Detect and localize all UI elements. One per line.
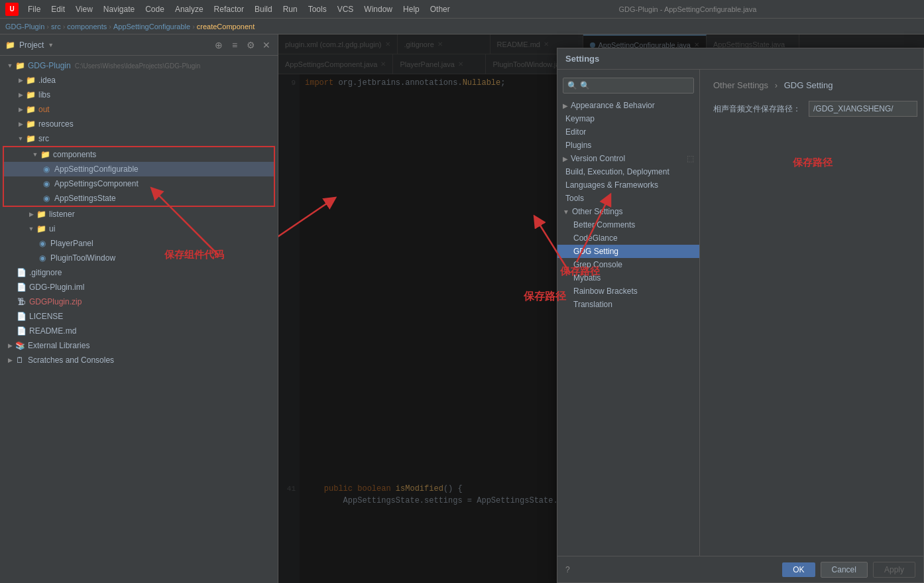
dropdown-icon[interactable]: ▼ (48, 42, 54, 48)
menu-other[interactable]: Other (426, 3, 454, 15)
listener-arrow: ▶ (27, 210, 36, 219)
libs-folder-icon: 📁 (25, 90, 36, 100)
apply-button[interactable]: Apply (873, 562, 915, 578)
close-sidebar-icon[interactable]: ✕ (260, 39, 272, 51)
resources-label: resources (38, 119, 74, 129)
menu-view[interactable]: View (72, 3, 97, 15)
menu-help[interactable]: Help (399, 3, 424, 15)
breadcrumb-src[interactable]: src (51, 23, 61, 31)
list-item[interactable]: 📄 LICENSE (0, 309, 278, 324)
menu-window[interactable]: Window (360, 3, 396, 15)
nav-mybatis[interactable]: Mybatis (557, 271, 699, 285)
list-item[interactable]: ◉ AppSettingsState (4, 191, 274, 206)
settings-nav: 🔍 ▶ Appearance & Behavior Keymap (557, 70, 700, 556)
nav-tools[interactable]: Tools (557, 192, 699, 205)
license-label: LICENSE (29, 312, 63, 321)
locate-icon[interactable]: ⊕ (213, 39, 225, 51)
nav-other-settings[interactable]: ▼ Other Settings (557, 205, 699, 218)
root-label: GDG-Plugin (28, 61, 71, 70)
ui-label: ui (49, 224, 55, 233)
nav-languages[interactable]: Languages & Frameworks (557, 178, 699, 192)
list-item[interactable]: ◉ AppSettingsComponent (4, 176, 274, 191)
list-item[interactable]: 📄 .gitignore (0, 265, 278, 280)
nav-better-comments[interactable]: Better Comments (557, 218, 699, 231)
help-icon[interactable]: ? (565, 565, 570, 574)
other-arrow: ▼ (563, 208, 569, 216)
nav-keymap[interactable]: Keymap (557, 112, 699, 125)
license-icon: 📄 (16, 311, 27, 322)
list-item[interactable]: 📄 README.md (0, 324, 278, 338)
menu-file[interactable]: File (24, 3, 44, 15)
settings-search-box[interactable]: 🔍 (563, 78, 694, 94)
save-path-annotation: 保存路径 (793, 157, 910, 169)
scratches-arrow: ▶ (5, 356, 15, 365)
list-item[interactable]: ◉ PluginToolWindow (0, 251, 278, 265)
list-item[interactable]: ▼ 📁 components (4, 147, 274, 162)
list-item[interactable]: ▶ 📁 .idea (0, 73, 278, 88)
menu-tools[interactable]: Tools (304, 3, 331, 15)
scratches-icon: 🗒 (15, 355, 25, 365)
translation-label: Translation (573, 300, 612, 309)
settings-titlebar: Settings (557, 48, 923, 70)
nav-build[interactable]: Build, Execution, Deployment (557, 165, 699, 178)
cancel-button[interactable]: Cancel (821, 562, 868, 578)
root-path: C:\Users\Wishes\IdeaProjects\GDG-Plugin (75, 62, 201, 70)
list-item[interactable]: 🗜 GDGPlugin.zip (0, 294, 278, 309)
path-input[interactable] (809, 101, 917, 117)
settings-icon[interactable]: ⚙ (245, 39, 257, 51)
gitignore-icon: 📄 (16, 267, 27, 278)
list-item[interactable]: 📄 GDG-Plugin.iml (0, 280, 278, 294)
list-item[interactable]: ◉ PlayerPanel (0, 236, 278, 251)
folder-icon: 📁 (5, 40, 15, 50)
list-item[interactable]: ▶ 🗒 Scratches and Consoles (0, 353, 278, 367)
setting-row-path: 相声音频文件保存路径： (713, 101, 910, 117)
breadcrumb-components[interactable]: components (67, 23, 107, 31)
app-setting-configurable-label: AppSettingConfigurable (54, 164, 139, 174)
root-folder-icon: 📁 (15, 60, 25, 71)
menu-run[interactable]: Run (279, 3, 302, 15)
list-item[interactable]: ▼ 📁 ui (0, 222, 278, 236)
list-item[interactable]: ▶ 📚 External Libraries (0, 338, 278, 353)
breadcrumb-gdg[interactable]: GDG-Plugin (5, 23, 44, 31)
nav-translation[interactable]: Translation (557, 298, 699, 311)
nav-gdg-setting[interactable]: GDG Setting (557, 245, 699, 258)
list-item[interactable]: ▶ 📁 out (0, 102, 278, 117)
nav-version-control[interactable]: ▶ Version Control ⬚ (557, 152, 699, 165)
annotation-text-baocunlujing: 保存路径 (793, 157, 833, 168)
menu-code[interactable]: Code (141, 3, 168, 15)
settings-content: Other Settings › GDG Setting 相声音频文件保存路径：… (700, 70, 923, 556)
app-logo: U (5, 3, 19, 16)
list-item[interactable]: ▼ 📁 src (0, 131, 278, 146)
ext-libs-icon: 📚 (15, 340, 25, 351)
ok-button[interactable]: OK (782, 562, 815, 577)
settings-search-input[interactable] (580, 81, 689, 90)
list-item[interactable]: ◉ AppSettingConfigurable (4, 162, 274, 176)
menu-edit[interactable]: Edit (47, 3, 69, 15)
list-item[interactable]: ▶ 📁 listener (0, 207, 278, 222)
nav-plugins[interactable]: Plugins (557, 139, 699, 152)
nav-rainbow-brackets[interactable]: Rainbow Brackets (557, 285, 699, 298)
nav-grep-console[interactable]: Grep Console (557, 258, 699, 271)
breadcrumb-class[interactable]: AppSettingConfigurable (113, 23, 190, 31)
collapse-icon[interactable]: ≡ (229, 39, 241, 51)
list-item[interactable]: ▶ 📁 resources (0, 117, 278, 131)
menu-vcs[interactable]: VCS (333, 3, 358, 15)
readme-label: README.md (29, 326, 76, 336)
menu-analyze[interactable]: Analyze (171, 3, 207, 15)
settings-title: Settings (565, 54, 599, 64)
iml-label: GDG-Plugin.iml (29, 283, 84, 292)
nav-editor[interactable]: Editor (557, 125, 699, 139)
resources-folder-icon: 📁 (25, 119, 36, 129)
menu-navigate[interactable]: Navigate (99, 3, 139, 15)
readme-icon: 📄 (16, 326, 27, 336)
components-arrow: ▼ (30, 150, 40, 159)
plugin-tool-window-label: PluginToolWindow (50, 253, 115, 263)
breadcrumb-method[interactable]: createComponent (197, 23, 255, 31)
menu-build[interactable]: Build (251, 3, 276, 15)
nav-appearance-behavior[interactable]: ▶ Appearance & Behavior (557, 99, 699, 112)
nav-codeglance[interactable]: CodeGlance (557, 231, 699, 245)
tree-root[interactable]: ▼ 📁 GDG-Plugin C:\Users\Wishes\IdeaProje… (0, 58, 278, 73)
list-item[interactable]: ▶ 📁 libs (0, 88, 278, 102)
app-settings-state-label: AppSettingsState (54, 194, 116, 203)
menu-refactor[interactable]: Refactor (210, 3, 248, 15)
